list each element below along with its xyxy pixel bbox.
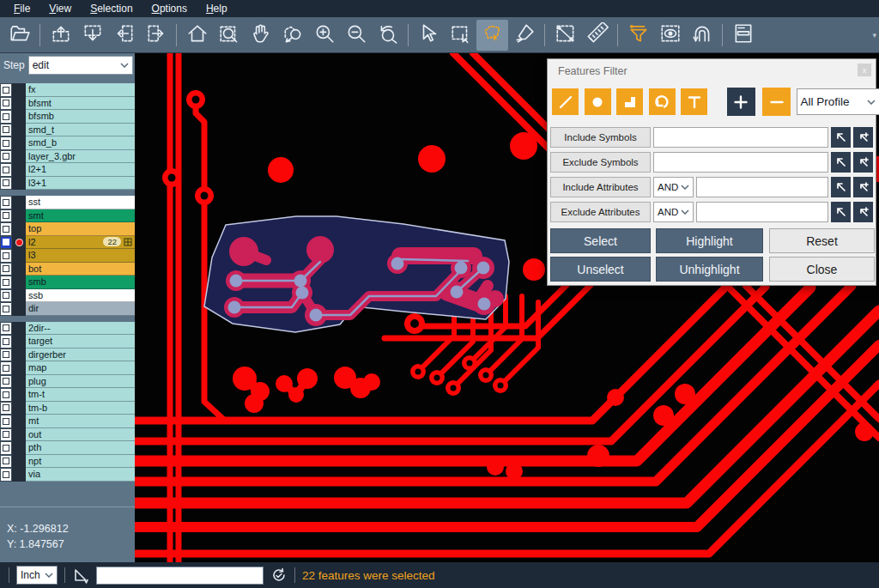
layer-row-via[interactable]: via [0, 468, 135, 482]
pick-add-attribute-button[interactable] [853, 202, 873, 222]
layer-row-tm-t[interactable]: tm-t [0, 388, 135, 402]
include-attributes-input[interactable] [696, 177, 828, 197]
menu-selection[interactable]: Selection [82, 1, 141, 16]
layer-row-dir[interactable]: dir [0, 302, 135, 316]
measure-line-button[interactable] [549, 20, 581, 51]
exclude-attributes-input[interactable] [696, 202, 828, 222]
select-polygon-button[interactable] [476, 20, 508, 51]
filter-surface-button[interactable] [616, 88, 643, 115]
layer-label[interactable]: smd_b [26, 136, 135, 150]
open-file-button[interactable] [3, 20, 35, 51]
pick-add-attribute-button[interactable] [853, 177, 873, 197]
layer-active-indicator[interactable] [12, 402, 26, 415]
layer-active-indicator[interactable] [12, 222, 26, 236]
layer-checkbox[interactable] [0, 110, 12, 124]
pick-symbol-button[interactable] [831, 127, 851, 148]
layer-label[interactable]: 2dir-- [26, 322, 135, 336]
layer-label[interactable]: l2+1 [26, 163, 135, 177]
layer-checkbox[interactable] [0, 97, 12, 111]
layer-checkbox[interactable] [0, 455, 12, 469]
layer-label[interactable]: bot [26, 263, 135, 276]
home-view-button[interactable] [181, 20, 213, 51]
layer-active-indicator[interactable] [12, 388, 26, 402]
layer-row-l3[interactable]: l3 [0, 249, 135, 263]
layer-label[interactable]: layer_3.gbr [26, 150, 135, 164]
pick-symbol-button[interactable] [831, 152, 851, 173]
pan-hand-button[interactable] [245, 20, 276, 51]
menu-options[interactable]: Options [143, 1, 196, 16]
layer-active-indicator[interactable] [12, 196, 26, 209]
menu-help[interactable]: Help [197, 1, 236, 16]
layer-row-sst[interactable]: sst [0, 196, 135, 209]
layer-active-indicator[interactable] [12, 209, 26, 223]
clear-highlight-button[interactable] [508, 20, 540, 51]
pan-left-button[interactable] [108, 20, 140, 51]
layer-active-indicator[interactable] [12, 163, 26, 177]
layer-row-mt[interactable]: mt [0, 415, 135, 428]
layer-row-bfsmb[interactable]: bfsmb [0, 110, 135, 124]
layer-checkbox[interactable] [0, 349, 12, 362]
select-cursor-button[interactable] [413, 20, 445, 51]
layer-row-fx[interactable]: fx [0, 83, 135, 97]
zoom-previous-button[interactable] [372, 20, 403, 51]
pan-right-button[interactable] [140, 20, 172, 51]
layer-row-2dir--[interactable]: 2dir-- [0, 322, 135, 336]
layer-checkbox[interactable] [0, 124, 12, 137]
layer-label[interactable]: out [26, 428, 135, 442]
layer-row-bfsmt[interactable]: bfsmt [0, 97, 135, 111]
layer-label[interactable]: bfsmb [26, 110, 135, 124]
layer-checkbox[interactable] [0, 361, 12, 375]
filter-text-button[interactable] [681, 88, 707, 115]
layer-active-indicator[interactable] [12, 441, 26, 455]
zoom-object-button[interactable] [276, 20, 308, 51]
toolbar-overflow-chevron[interactable]: ▾ [872, 31, 876, 39]
layer-row-map[interactable]: map [0, 361, 135, 375]
pick-attribute-button[interactable] [831, 202, 851, 222]
profile-select[interactable]: All Profile [797, 88, 879, 115]
layer-label[interactable]: map [26, 361, 135, 375]
layer-active-indicator[interactable] [12, 97, 26, 111]
filter-arc-button[interactable] [649, 88, 676, 115]
layer-checkbox[interactable] [0, 136, 12, 150]
layer-row-target[interactable]: target [0, 335, 135, 349]
layer-row-plug[interactable]: plug [0, 375, 135, 389]
measure-ruler-button[interactable] [581, 20, 613, 51]
feature-report-button[interactable] [727, 20, 759, 51]
show-selection-button[interactable] [654, 20, 686, 51]
filter-positive-button[interactable] [727, 88, 755, 116]
layer-checkbox[interactable] [0, 196, 12, 209]
layer-checkbox[interactable] [0, 322, 12, 336]
layer-active-indicator[interactable] [12, 177, 26, 191]
layer-label[interactable]: l3+1 [26, 177, 135, 191]
layer-checkbox[interactable] [0, 289, 12, 303]
layer-checkbox[interactable] [0, 150, 12, 164]
layer-label[interactable]: mt [26, 415, 135, 428]
layer-label[interactable]: tm-b [26, 402, 135, 415]
layer-active-indicator[interactable] [12, 276, 26, 289]
layer-checkbox[interactable] [0, 388, 12, 402]
layer-active-indicator[interactable] [12, 249, 26, 263]
layer-active-indicator[interactable] [12, 236, 26, 250]
layer-row-smt[interactable]: smt [0, 209, 135, 223]
layer-active-indicator[interactable] [12, 349, 26, 362]
layer-label[interactable]: top [26, 222, 135, 236]
layer-row-smd_t[interactable]: smd_t [0, 124, 135, 137]
layer-label[interactable]: smt [26, 209, 135, 223]
layer-active-indicator[interactable] [12, 361, 26, 375]
layer-active-indicator[interactable] [12, 263, 26, 276]
exclude-attributes-operator[interactable]: AND [653, 202, 694, 222]
layer-row-dirgerber[interactable]: dirgerber [0, 349, 135, 362]
layer-label[interactable]: via [26, 468, 135, 482]
layer-checkbox[interactable] [0, 375, 12, 389]
layer-label[interactable]: bfsmt [26, 97, 135, 111]
layer-label[interactable]: fx [26, 83, 135, 97]
filter-pad-button[interactable] [585, 88, 611, 115]
layer-row-out[interactable]: out [0, 428, 135, 442]
zoom-in-button[interactable] [308, 20, 340, 51]
layer-label[interactable]: smb [26, 276, 135, 289]
layer-label[interactable]: smd_t [26, 124, 135, 137]
layer-checkbox[interactable] [0, 163, 12, 177]
layer-label[interactable]: plug [26, 375, 135, 389]
snap-mode-button[interactable] [686, 20, 718, 51]
exclude-symbols-input[interactable] [653, 152, 828, 173]
